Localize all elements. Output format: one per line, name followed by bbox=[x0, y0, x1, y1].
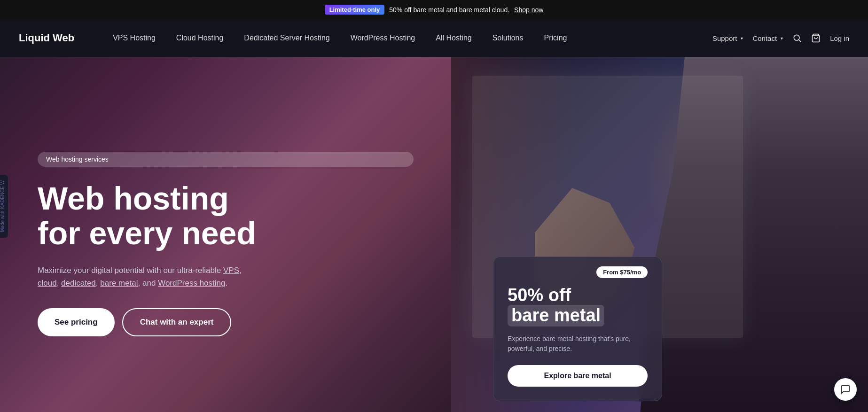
limited-time-badge: Limited-time only bbox=[325, 5, 385, 15]
chat-widget-button[interactable] bbox=[834, 378, 857, 401]
header-actions: Support ▾ Contact ▾ Log in bbox=[712, 33, 849, 43]
nav-item-pricing[interactable]: Pricing bbox=[534, 19, 578, 57]
main-nav: VPS Hosting Cloud Hosting Dedicated Serv… bbox=[102, 19, 712, 57]
dedicated-link[interactable]: dedicated bbox=[61, 279, 96, 288]
login-button[interactable]: Log in bbox=[830, 34, 849, 42]
hero-badge: Web hosting services bbox=[38, 152, 414, 167]
promo-title: 50% off bare metal bbox=[508, 286, 648, 327]
bare-metal-link[interactable]: bare metal bbox=[100, 279, 138, 288]
from-price-badge: From $75/mo bbox=[596, 266, 648, 278]
chat-expert-button[interactable]: Chat with an expert bbox=[122, 308, 232, 336]
explore-bare-metal-button[interactable]: Explore bare metal bbox=[508, 365, 648, 387]
chat-bubble-icon bbox=[840, 384, 851, 395]
support-menu[interactable]: Support ▾ bbox=[712, 34, 743, 42]
see-pricing-button[interactable]: See pricing bbox=[38, 308, 115, 336]
svg-point-0 bbox=[794, 35, 799, 40]
hero-right-panel: From $75/mo 50% off bare metal Experienc… bbox=[451, 57, 868, 412]
shop-now-link[interactable]: Shop now bbox=[514, 6, 543, 14]
nav-item-dedicated[interactable]: Dedicated Server Hosting bbox=[234, 19, 340, 57]
header: Liquid Web VPS Hosting Cloud Hosting Ded… bbox=[0, 19, 868, 57]
nav-item-cloud[interactable]: Cloud Hosting bbox=[166, 19, 234, 57]
search-icon bbox=[792, 33, 802, 43]
logo[interactable]: Liquid Web bbox=[19, 32, 74, 44]
person-silhouette bbox=[639, 57, 868, 412]
hero-section: Web hosting services Web hosting for eve… bbox=[0, 57, 868, 412]
nav-item-all-hosting[interactable]: All Hosting bbox=[425, 19, 482, 57]
vps-link[interactable]: VPS bbox=[223, 266, 239, 275]
announcement-text: 50% off bare metal and bare metal cloud. bbox=[389, 6, 509, 14]
cart-button[interactable] bbox=[811, 33, 821, 43]
hero-title: Web hosting for every need bbox=[38, 181, 414, 251]
hero-subtitle: Maximize your digital potential with our… bbox=[38, 264, 244, 289]
contact-menu[interactable]: Contact ▾ bbox=[752, 34, 783, 42]
made-with-badge: Made with KADENCE W bbox=[0, 174, 8, 237]
nav-item-wordpress[interactable]: WordPress Hosting bbox=[340, 19, 426, 57]
contact-chevron-icon: ▾ bbox=[781, 36, 783, 41]
promo-description: Experience bare metal hosting that's pur… bbox=[508, 334, 648, 354]
nav-item-vps[interactable]: VPS Hosting bbox=[102, 19, 166, 57]
search-button[interactable] bbox=[792, 33, 802, 43]
promo-card: From $75/mo 50% off bare metal Experienc… bbox=[493, 257, 662, 402]
support-chevron-icon: ▾ bbox=[741, 36, 743, 41]
cart-icon bbox=[811, 33, 821, 43]
cloud-link[interactable]: cloud bbox=[38, 279, 57, 288]
wordpress-hosting-link[interactable]: WordPress hosting bbox=[158, 279, 225, 288]
announcement-bar: Limited-time only 50% off bare metal and… bbox=[0, 0, 868, 19]
hero-left-panel: Web hosting services Web hosting for eve… bbox=[0, 57, 451, 412]
svg-line-1 bbox=[799, 40, 801, 42]
hero-buttons: See pricing Chat with an expert bbox=[38, 308, 414, 336]
nav-item-solutions[interactable]: Solutions bbox=[482, 19, 534, 57]
